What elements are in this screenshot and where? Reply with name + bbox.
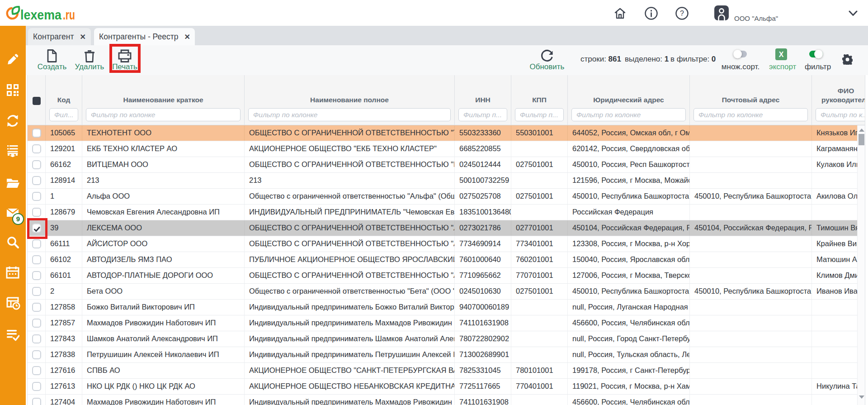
svg-text:X: X [779, 51, 784, 58]
svg-text:.ru: .ru [63, 8, 75, 22]
svg-text:?: ? [680, 10, 684, 17]
svg-text:lexema: lexema [20, 8, 62, 22]
